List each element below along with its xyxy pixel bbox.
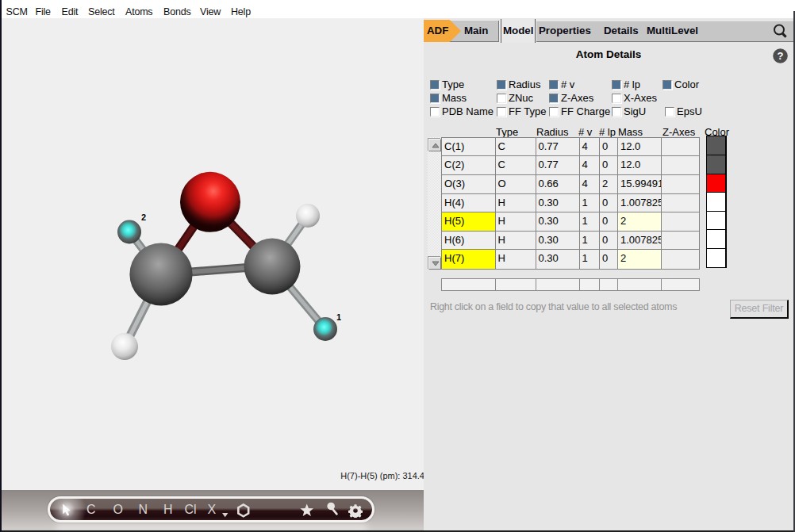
svg-text:?: ? — [778, 50, 784, 62]
svg-text:1: 1 — [336, 312, 341, 322]
svg-text:2: 2 — [141, 212, 146, 222]
